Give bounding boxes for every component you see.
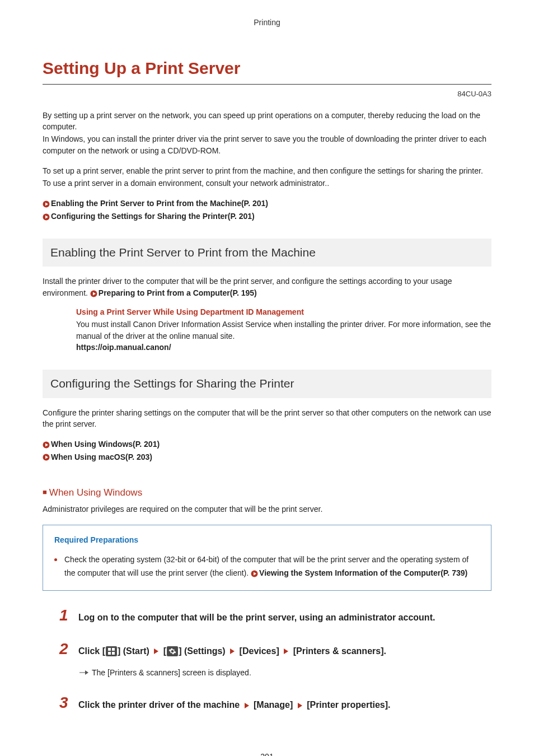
subheading-windows: ■When Using Windows <box>43 486 491 500</box>
play-icon <box>43 213 50 221</box>
step-number: 3 <box>59 695 73 711</box>
required-preparations-box: Required Preparations Check the operatin… <box>43 525 491 591</box>
required-prep-title: Required Preparations <box>54 534 480 545</box>
step-1: 1 Log on to the computer that will be th… <box>59 608 491 624</box>
windows-start-icon <box>106 646 117 656</box>
square-bullet-icon: ■ <box>43 487 47 498</box>
play-icon <box>43 200 50 208</box>
svg-marker-16 <box>154 648 158 654</box>
triangle-separator-icon <box>245 703 249 708</box>
section2-link-macos[interactable]: When Using macOS(P. 203) <box>43 451 491 463</box>
step-1-text: Log on to the computer that will be the … <box>78 611 435 624</box>
step-2-text: Click [] (Start) [] (Settings) [Devices]… <box>78 645 386 658</box>
step-3-text: Click the printer driver of the machine … <box>78 698 390 712</box>
section-heading-enabling: Enabling the Print Server to Print from … <box>43 239 491 267</box>
result-arrow-icon <box>79 670 88 675</box>
triangle-separator-icon <box>230 648 235 654</box>
page-title: Setting Up a Print Server <box>43 56 491 85</box>
svg-marker-18 <box>284 648 288 654</box>
svg-rect-12 <box>108 648 111 651</box>
intro-link-2[interactable]: Configuring the Settings for Sharing the… <box>43 211 491 222</box>
page-section-header: Printing <box>43 17 491 28</box>
svg-marker-21 <box>245 703 249 708</box>
page-number: 201 <box>43 751 491 756</box>
play-icon <box>43 441 50 449</box>
play-icon <box>43 454 50 461</box>
intro-paragraph-2: To set up a print server, enable the pri… <box>43 165 491 189</box>
step-3: 3 Click the printer driver of the machin… <box>59 695 491 712</box>
step-2: 2 Click [] (Start) [] (Settings) [Device… <box>59 641 491 678</box>
triangle-separator-icon <box>298 703 302 708</box>
section1-text: Install the printer driver to the comput… <box>43 276 491 298</box>
step-number: 2 <box>59 641 73 657</box>
intro-link-1[interactable]: Enabling the Print Server to Print from … <box>43 198 491 209</box>
triangle-separator-icon <box>284 648 288 654</box>
step-2-result: The [Printers & scanners] screen is disp… <box>79 667 491 678</box>
section2-text: Configure the printer sharing settings o… <box>43 407 491 430</box>
document-code: 84CU-0A3 <box>43 89 491 100</box>
svg-rect-13 <box>112 648 115 651</box>
svg-marker-17 <box>230 648 235 654</box>
svg-marker-20 <box>85 670 88 675</box>
windows-settings-icon <box>167 646 178 656</box>
section2-link-windows[interactable]: When Using Windows(P. 201) <box>43 438 491 450</box>
admin-privileges-text: Administrator privileges are required on… <box>43 503 491 515</box>
triangle-separator-icon <box>154 648 158 654</box>
link-system-info[interactable]: Viewing the System Information of the Co… <box>259 568 467 577</box>
dept-id-note: Using a Print Server While Using Departm… <box>76 306 491 353</box>
section-heading-configuring: Configuring the Settings for Sharing the… <box>43 370 491 398</box>
play-icon <box>90 290 97 297</box>
manual-url[interactable]: https://oip.manual.canon/ <box>76 342 491 353</box>
step-number: 1 <box>59 608 73 623</box>
svg-rect-15 <box>112 652 115 655</box>
svg-marker-22 <box>298 703 302 708</box>
required-prep-item: Check the operating system (32-bit or 64… <box>54 553 480 580</box>
link-preparing[interactable]: Preparing to Print from a Computer(P. 19… <box>99 288 257 297</box>
svg-rect-14 <box>108 652 111 655</box>
play-icon <box>251 570 258 577</box>
intro-paragraph-1: By setting up a print server on the netw… <box>43 110 491 156</box>
